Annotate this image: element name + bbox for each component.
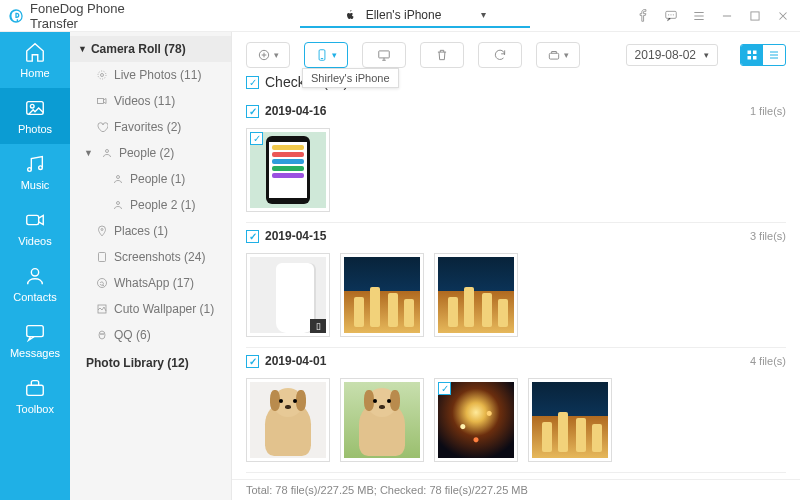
export-to-pc-button[interactable]: [362, 42, 406, 68]
view-switch[interactable]: [740, 44, 786, 66]
chevron-down-icon: ▾: [481, 9, 486, 20]
photo-list: ✓2019-04-161 file(s)✓✓2019-04-153 file(s…: [232, 98, 800, 479]
tree-camera-roll[interactable]: ▼ Camera Roll (78): [70, 36, 231, 62]
photo-thumb[interactable]: ✓: [434, 378, 518, 462]
device-name: Ellen's iPhone: [366, 8, 442, 22]
svg-point-16: [105, 150, 108, 153]
video-badge-icon: ▯: [310, 319, 326, 333]
photo-thumb[interactable]: ✓: [528, 378, 612, 462]
close-icon[interactable]: [776, 9, 790, 23]
svg-point-10: [31, 269, 38, 276]
videos-icon: [24, 209, 46, 231]
feedback-icon[interactable]: [664, 9, 678, 23]
nav: Home Photos Music Videos Contacts Messag…: [0, 32, 70, 500]
photo-thumb[interactable]: ✓: [340, 253, 424, 337]
nav-contacts[interactable]: Contacts: [0, 256, 70, 312]
tree-camera-roll-label: Camera Roll (78): [91, 42, 186, 56]
svg-point-21: [98, 279, 107, 288]
nav-photos[interactable]: Photos: [0, 88, 70, 144]
nav-home[interactable]: Home: [0, 32, 70, 88]
nav-videos-label: Videos: [18, 235, 51, 247]
nav-messages-label: Messages: [10, 347, 60, 359]
nav-home-label: Home: [20, 67, 49, 79]
svg-point-17: [117, 176, 120, 179]
svg-point-13: [101, 74, 104, 77]
home-icon: [24, 41, 46, 63]
date-group-header[interactable]: ✓2019-03-295 file(s): [246, 472, 786, 479]
checkbox-icon[interactable]: ✓: [246, 230, 259, 243]
nav-music[interactable]: Music: [0, 144, 70, 200]
brand-logo-icon: [8, 7, 24, 25]
brand: FoneDog Phone Transfer: [0, 1, 160, 31]
nav-photos-label: Photos: [18, 123, 52, 135]
nav-music-label: Music: [21, 179, 50, 191]
checkbox-icon[interactable]: ✓: [246, 355, 259, 368]
titlebar: FoneDog Phone Transfer Ellen's iPhone ▾: [0, 0, 800, 32]
nav-contacts-label: Contacts: [13, 291, 56, 303]
checkbox-icon[interactable]: ✓: [250, 132, 263, 145]
svg-point-19: [101, 229, 103, 231]
tree-item[interactable]: QQ (6): [70, 322, 231, 348]
checkbox-icon[interactable]: ✓: [246, 105, 259, 118]
tree-item[interactable]: Videos (11): [70, 88, 231, 114]
photo-thumb[interactable]: ✓: [246, 378, 330, 462]
svg-point-8: [39, 166, 43, 170]
nav-toolbox-label: Toolbox: [16, 403, 54, 415]
tree-item[interactable]: WhatsApp (17): [70, 270, 231, 296]
svg-rect-4: [751, 11, 759, 19]
delete-button[interactable]: [420, 42, 464, 68]
svg-point-14: [98, 71, 106, 79]
svg-rect-12: [27, 385, 44, 395]
tree-item[interactable]: ▼People (2): [70, 140, 231, 166]
svg-rect-30: [748, 51, 752, 55]
svg-rect-9: [27, 215, 39, 224]
tree-item[interactable]: Screenshots (24): [70, 244, 231, 270]
minimize-icon[interactable]: [720, 9, 734, 23]
maximize-icon[interactable]: [748, 9, 762, 23]
nav-messages[interactable]: Messages: [0, 312, 70, 368]
sidebar: ▼ Camera Roll (78) Live Photos (11)Video…: [70, 32, 232, 500]
grid-view-icon[interactable]: [741, 45, 763, 65]
svg-point-24: [101, 334, 102, 335]
svg-rect-33: [753, 56, 757, 60]
date-group-header[interactable]: ✓2019-04-161 file(s): [246, 98, 786, 122]
date-group-header[interactable]: ✓2019-04-014 file(s): [246, 347, 786, 372]
svg-point-7: [28, 168, 32, 172]
photo-thumb[interactable]: ✓: [340, 378, 424, 462]
facebook-icon[interactable]: [636, 9, 650, 23]
tree-item[interactable]: People 2 (1): [70, 192, 231, 218]
device-selector[interactable]: Ellen's iPhone ▾: [300, 4, 530, 28]
date-filter[interactable]: 2019-08-02 ▾: [626, 44, 718, 66]
svg-rect-28: [379, 51, 390, 58]
svg-point-25: [103, 334, 104, 335]
photo-thumb[interactable]: ✓: [246, 128, 330, 212]
svg-point-1: [668, 14, 669, 15]
photo-thumb[interactable]: ✓: [434, 253, 518, 337]
nav-toolbox[interactable]: Toolbox: [0, 368, 70, 424]
svg-point-23: [99, 331, 105, 339]
tree-photo-library[interactable]: Photo Library (12): [70, 348, 231, 378]
tree-item[interactable]: Live Photos (11): [70, 62, 231, 88]
toolbox-icon: [24, 377, 46, 399]
tree-item[interactable]: People (1): [70, 166, 231, 192]
chevron-down-icon: ▼: [78, 44, 87, 54]
more-button[interactable]: ▾: [536, 42, 580, 68]
svg-point-18: [117, 202, 120, 205]
tree-item[interactable]: Cuto Wallpaper (1): [70, 296, 231, 322]
tree-item[interactable]: Favorites (2): [70, 114, 231, 140]
photo-thumb[interactable]: ✓▯: [246, 253, 330, 337]
export-to-device-button[interactable]: ▾: [304, 42, 348, 68]
svg-rect-20: [99, 253, 106, 262]
tree-item[interactable]: Places (1): [70, 218, 231, 244]
refresh-button[interactable]: [478, 42, 522, 68]
checkbox-icon[interactable]: ✓: [246, 76, 259, 89]
add-button[interactable]: ▾: [246, 42, 290, 68]
svg-point-2: [670, 14, 671, 15]
date-group-header[interactable]: ✓2019-04-153 file(s): [246, 222, 786, 247]
nav-videos[interactable]: Videos: [0, 200, 70, 256]
thumb-row: ✓▯✓✓: [246, 247, 786, 347]
contacts-icon: [24, 265, 46, 287]
menu-icon[interactable]: [692, 9, 706, 23]
list-view-icon[interactable]: [763, 45, 785, 65]
content: ▾ ▾ ▾ 2019-08-02 ▾ Shirley's iPhone ✓ Ch…: [232, 32, 800, 500]
